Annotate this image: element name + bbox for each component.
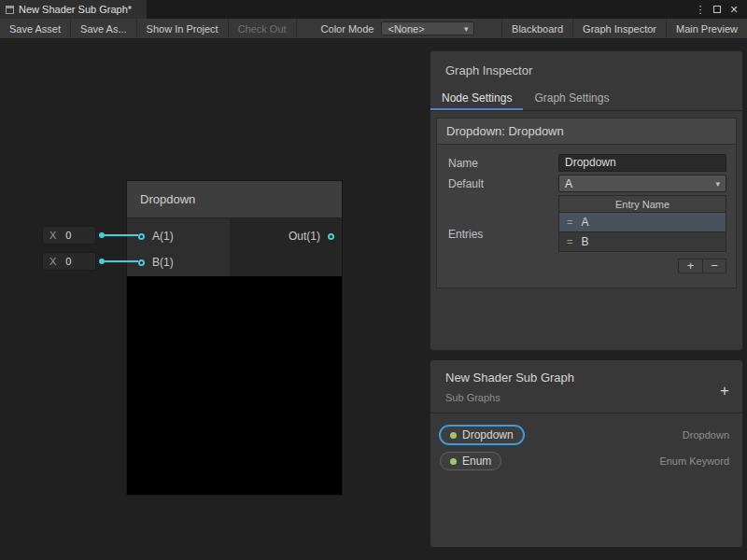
default-value: A xyxy=(565,177,572,190)
name-input[interactable]: Dropdown xyxy=(558,154,726,172)
wire-b xyxy=(105,260,138,262)
entry-row[interactable]: = B xyxy=(558,232,726,252)
save-as-button[interactable]: Save As... xyxy=(71,19,137,38)
inspector-tabs: Node Settings Graph Settings xyxy=(430,88,742,111)
remove-entry-button[interactable]: − xyxy=(702,259,726,273)
color-mode-value: <None> xyxy=(388,23,424,35)
blackboard-panel: New Shader Sub Graph Sub Graphs + Dropdo… xyxy=(430,359,743,548)
blackboard-item-enum[interactable]: Enum xyxy=(440,452,501,470)
input-port-a-icon[interactable] xyxy=(138,233,145,240)
input-b-value-field[interactable]: X 0 xyxy=(42,252,96,271)
input-port-b-icon[interactable] xyxy=(138,259,145,266)
tab-graph-settings[interactable]: Graph Settings xyxy=(523,88,620,110)
document-tab[interactable]: New Shader Sub Graph* xyxy=(0,0,147,19)
shader-sub-graph-icon xyxy=(6,6,14,14)
more-icon[interactable]: ⋮ xyxy=(693,0,708,19)
maximize-icon[interactable] xyxy=(710,0,725,19)
drag-handle-icon[interactable]: = xyxy=(567,217,572,228)
section-title: Dropdown: Dropdown xyxy=(437,119,736,145)
list-item: Dropdown Dropdown xyxy=(440,422,729,448)
chevron-down-icon: ▾ xyxy=(464,24,469,34)
entries-footer: + − xyxy=(558,259,726,273)
inspector-title: Graph Inspector xyxy=(430,51,742,88)
node-settings-form: Name Dropdown Default A ▾ Entries Entry … xyxy=(437,145,736,287)
blackboard-item-dropdown[interactable]: Dropdown xyxy=(440,426,524,444)
color-mode-label: Color Mode xyxy=(297,19,382,38)
entries-label: Entries xyxy=(448,228,558,241)
color-mode-dropdown[interactable]: <None> ▾ xyxy=(381,21,474,35)
property-name: Enum xyxy=(462,455,491,468)
entries-list: Entry Name = A = B + − xyxy=(558,195,726,273)
output-port-label: Out(1) xyxy=(289,230,320,243)
input-a-value-field[interactable]: X 0 xyxy=(42,226,96,245)
toolbar-toggles: Blackboard Graph Inspector Main Preview xyxy=(501,19,747,38)
show-in-project-button[interactable]: Show In Project xyxy=(137,19,229,38)
dropdown-node[interactable]: Dropdown A(1) B(1) Out(1) xyxy=(126,180,343,496)
node-body: A(1) B(1) Out(1) xyxy=(127,218,342,276)
node-preview xyxy=(127,276,342,495)
axis-value[interactable]: 0 xyxy=(65,256,71,267)
entries-list-header: Entry Name xyxy=(558,195,726,213)
property-dot-icon xyxy=(450,458,457,465)
blackboard-subtitle: Sub Graphs xyxy=(445,392,729,403)
check-out-button: Check Out xyxy=(229,19,297,38)
entry-row[interactable]: = A xyxy=(558,213,726,232)
drag-handle-icon[interactable]: = xyxy=(567,236,572,247)
node-output-section xyxy=(230,218,342,276)
input-port-a-label: A(1) xyxy=(152,230,174,243)
output-port-icon[interactable] xyxy=(328,233,334,240)
blackboard-title: New Shader Sub Graph xyxy=(445,371,729,385)
graph-inspector-toggle-button[interactable]: Graph Inspector xyxy=(572,19,666,38)
axis-label: X xyxy=(49,230,56,241)
blackboard-header: New Shader Sub Graph Sub Graphs + xyxy=(430,360,742,413)
document-tab-title: New Shader Sub Graph* xyxy=(19,4,132,15)
wire-a xyxy=(105,234,138,236)
list-item: Enum Enum Keyword xyxy=(440,448,729,474)
property-type: Enum Keyword xyxy=(659,455,729,467)
blackboard-items: Dropdown Dropdown Enum Enum Keyword xyxy=(430,413,742,474)
entry-name: A xyxy=(581,216,588,229)
property-type: Dropdown xyxy=(683,429,729,441)
add-property-button[interactable]: + xyxy=(720,383,729,399)
default-label: Default xyxy=(448,177,558,190)
save-asset-button[interactable]: Save Asset xyxy=(0,19,71,38)
close-icon[interactable]: ✕ xyxy=(726,0,741,19)
toolbar-spacer xyxy=(480,19,501,38)
axis-label: X xyxy=(49,256,56,267)
node-settings-section: Dropdown: Dropdown Name Dropdown Default… xyxy=(436,118,737,288)
title-bar: New Shader Sub Graph* ⋮ ✕ xyxy=(0,0,747,19)
entry-name: B xyxy=(581,235,588,248)
blackboard-toggle-button[interactable]: Blackboard xyxy=(501,19,572,38)
input-port-b-label: B(1) xyxy=(152,256,174,269)
chevron-down-icon: ▾ xyxy=(715,179,720,189)
name-label: Name xyxy=(448,157,558,170)
unity-shader-graph-window: New Shader Sub Graph* ⋮ ✕ Save Asset Sav… xyxy=(0,0,747,560)
window-controls: ⋮ ✕ xyxy=(693,0,747,19)
property-dot-icon xyxy=(450,432,457,439)
default-dropdown[interactable]: A ▾ xyxy=(558,175,726,192)
graph-inspector-panel: Graph Inspector Node Settings Graph Sett… xyxy=(430,50,743,351)
node-title[interactable]: Dropdown xyxy=(127,181,342,218)
add-entry-button[interactable]: + xyxy=(678,259,702,273)
graph-toolbar: Save Asset Save As... Show In Project Ch… xyxy=(0,19,747,39)
axis-value[interactable]: 0 xyxy=(65,230,71,241)
tab-node-settings[interactable]: Node Settings xyxy=(430,88,523,110)
property-name: Dropdown xyxy=(462,428,514,441)
main-preview-toggle-button[interactable]: Main Preview xyxy=(666,19,747,38)
